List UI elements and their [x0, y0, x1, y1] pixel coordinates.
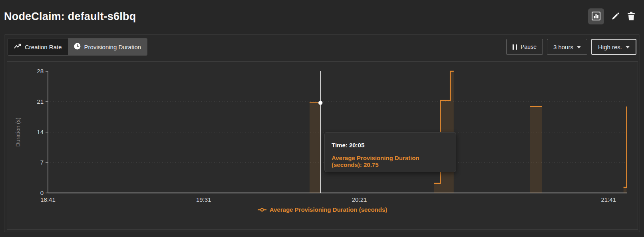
svg-text:7: 7	[40, 159, 44, 166]
chart-toolbar: Creation Rate Provisioning Duration Paus…	[8, 38, 636, 56]
trend-line-icon	[14, 44, 21, 50]
duration-chart-canvas[interactable]: 0714212818:4119:3120:2121:41Duration (s)	[7, 62, 638, 229]
metric-tab-group: Creation Rate Provisioning Duration	[8, 38, 147, 56]
svg-text:21:41: 21:41	[601, 196, 616, 203]
chart-panel: 0714212818:4119:3120:2121:41Duration (s)…	[7, 61, 638, 230]
chevron-down-icon	[626, 46, 630, 48]
trash-icon	[627, 12, 635, 22]
svg-text:0: 0	[40, 189, 44, 196]
tooltip-value: Average Provisioning Duration (seconds):…	[332, 155, 449, 168]
tab-label: Creation Rate	[25, 44, 62, 50]
delete-button[interactable]	[627, 12, 635, 22]
svg-text:19:31: 19:31	[196, 196, 211, 203]
svg-text:21: 21	[37, 98, 44, 105]
time-range-dropdown[interactable]: 3 hours	[547, 39, 587, 55]
pause-icon	[513, 44, 517, 50]
tab-creation-rate[interactable]: Creation Rate	[8, 38, 68, 55]
legend-label: Average Provisioning Duration (seconds)	[270, 206, 388, 213]
clock-icon	[74, 43, 81, 51]
tab-provisioning-duration[interactable]: Provisioning Duration	[68, 38, 147, 55]
bar-chart-icon	[591, 11, 601, 22]
legend-item[interactable]: Average Provisioning Duration (seconds)	[7, 206, 638, 213]
time-range-label: 3 hours	[553, 44, 573, 50]
svg-text:28: 28	[37, 68, 44, 74]
page-title: NodeClaim: default-s6lbq	[4, 10, 136, 23]
chart-tooltip: Time: 20:05 Average Provisioning Duratio…	[324, 132, 456, 172]
svg-text:Duration (s): Duration (s)	[15, 117, 21, 147]
chart-view-button[interactable]	[588, 8, 604, 24]
header-actions	[588, 8, 640, 24]
tooltip-time: Time: 20:05	[332, 142, 449, 149]
pause-button[interactable]: Pause	[506, 39, 543, 55]
chart-controls: Pause 3 hours High res.	[506, 39, 636, 55]
chevron-down-icon	[577, 46, 581, 48]
svg-text:20:21: 20:21	[352, 196, 367, 203]
page-header: NodeClaim: default-s6lbq	[4, 5, 640, 28]
svg-text:18:41: 18:41	[40, 196, 56, 203]
tab-label: Provisioning Duration	[84, 44, 141, 50]
legend-marker-icon	[258, 206, 266, 213]
edit-button[interactable]	[611, 12, 620, 22]
pause-label: Pause	[521, 44, 537, 50]
resolution-dropdown[interactable]: High res.	[591, 39, 636, 55]
chart-card: Creation Rate Provisioning Duration Paus…	[4, 34, 640, 232]
pencil-icon	[611, 12, 620, 22]
resolution-label: High res.	[598, 44, 622, 50]
svg-text:14: 14	[37, 129, 44, 135]
